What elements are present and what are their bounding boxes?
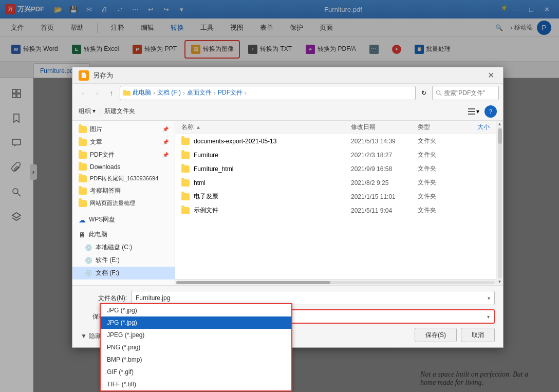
nav-item-this-pc[interactable]: 🖥 此电脑 <box>72 228 175 241</box>
h-scroll-thumb[interactable] <box>176 281 330 284</box>
nav-item-pdf-tail[interactable]: PDF转长尾词_1630936694 <box>72 173 175 184</box>
disk-icon: 💿 <box>85 257 92 264</box>
svg-line-10 <box>440 94 441 96</box>
file-item-html[interactable]: html 2021/8/2 9:25 文件夹 <box>175 176 496 190</box>
app-window: 万 万兴PDF 📂 💾 ✉ 🖨 ⇌ ⋯ ↩ ↪ ▾ Furniture.pdf … <box>0 0 559 392</box>
search-input[interactable] <box>444 89 495 97</box>
folder-icon <box>181 152 190 159</box>
disk-icon: 💿 <box>85 270 92 277</box>
nav-up-button[interactable]: ↑ <box>105 87 118 99</box>
search-box[interactable] <box>432 86 499 100</box>
dialog-title-icon: 📄 <box>79 70 89 81</box>
nav-folder-icon <box>79 175 87 182</box>
file-item-furniture-html[interactable]: Furniture_html 2021/9/9 16:58 文件夹 <box>175 162 496 176</box>
toolbar-divider <box>100 107 100 116</box>
dialog-title-label: 另存为 <box>93 71 113 80</box>
nav-refresh-button[interactable]: ↻ <box>418 87 430 99</box>
v-scrollbar[interactable]: ▲ ▼ <box>496 121 503 285</box>
col-size-header[interactable]: 大小 <box>459 123 490 132</box>
dialog-nav-bar: ‹ › ↑ 此电脑 › 文档 (F:) › 桌面文件 › PDF文件 › ↻ <box>72 84 503 102</box>
nav-back-button[interactable]: ‹ <box>77 87 89 99</box>
filetype-option-jpeg[interactable]: JPEG (*.jpeg) <box>101 329 291 341</box>
filetype-option-bmp[interactable]: BMP (*.bmp) <box>101 353 291 366</box>
file-item-documents-export[interactable]: documents-export-2021-05-13 2021/5/13 14… <box>175 134 496 148</box>
file-item-furniture[interactable]: Furniture 2021/2/3 18:27 文件夹 <box>175 148 496 162</box>
new-folder-button[interactable]: 新建文件夹 <box>104 107 135 116</box>
save-button[interactable]: 保存(S) <box>415 328 457 342</box>
filetype-dropdown: JPG (*.jpg) JPG (*.jpg) JPEG (*.jpeg) PN… <box>100 303 292 391</box>
cloud-icon: ☁ <box>79 216 86 224</box>
dialog-close-button[interactable]: ✕ <box>485 69 497 82</box>
nav-folder-icon <box>79 200 87 207</box>
file-pane: 名称 ▲ 修改日期 类型 大小 documents-export-2021-05… <box>175 121 496 285</box>
col-date-header[interactable]: 修改日期 <box>351 123 418 132</box>
toggle-arrow: ▼ <box>81 332 87 340</box>
filetype-option-tiff[interactable]: TIFF (*.tiff) <box>101 378 291 390</box>
v-scroll-track <box>498 127 502 278</box>
dialog-title-bar: 📄 另存为 ✕ <box>72 67 503 84</box>
dialog-body: 图片 📌 文章 📌 PDF文件 📌 Do <box>72 121 503 285</box>
breadcrumb-folder-icon <box>123 89 131 97</box>
view-button[interactable]: ▾ <box>466 104 480 119</box>
filetype-option-png[interactable]: PNG (*.png) <box>101 341 291 353</box>
search-box-icon <box>436 90 442 96</box>
nav-item-disk-e[interactable]: 💿 软件 (E:) <box>72 254 175 267</box>
col-type-header[interactable]: 类型 <box>418 123 459 132</box>
filetype-option-jpg-selected[interactable]: JPG (*.jpg) <box>101 316 291 329</box>
nav-item-wps-cloud[interactable]: ☁ WPS网盘 <box>72 213 175 226</box>
h-scroll-track <box>176 281 495 284</box>
filename-label: 文件名(N): <box>81 294 127 303</box>
nav-pane: 图片 📌 文章 📌 PDF文件 📌 Do <box>72 121 175 285</box>
svg-rect-8 <box>123 90 126 92</box>
nav-folder-icon <box>79 152 87 159</box>
filetype-option-gif[interactable]: GIF (*.gif) <box>101 366 291 378</box>
pc-icon: 🖥 <box>79 231 86 239</box>
nav-item-survey[interactable]: 考察期答辩 <box>72 184 175 197</box>
footer-buttons: 保存(S) 取消 <box>415 328 495 342</box>
dialog-overlay: 📄 另存为 ✕ ‹ › ↑ 此电脑 › 文档 (F:) › 桌面文件 › PDF… <box>0 0 559 392</box>
folder-icon <box>181 138 190 145</box>
dialog-toolbar: 组织 ▾ 新建文件夹 ▾ ? <box>72 102 503 121</box>
nav-folder-icon <box>79 126 87 133</box>
file-item-invoice[interactable]: 电子发票 2021/1/15 11:01 文件夹 <box>175 190 496 203</box>
nav-folder-icon <box>79 188 87 195</box>
cancel-button[interactable]: 取消 <box>461 328 495 342</box>
disk-icon: 💿 <box>85 244 92 251</box>
folder-icon <box>181 207 190 214</box>
folder-icon <box>181 193 190 200</box>
svg-rect-11 <box>468 108 475 109</box>
h-scrollbar[interactable] <box>175 279 496 285</box>
filetype-dropdown-arrow: ▾ <box>487 314 490 320</box>
nav-item-pdf-files[interactable]: PDF文件 📌 <box>72 148 175 161</box>
breadcrumb[interactable]: 此电脑 › 文档 (F:) › 桌面文件 › PDF文件 › <box>120 86 416 100</box>
file-header: 名称 ▲ 修改日期 类型 大小 <box>175 121 496 134</box>
svg-rect-12 <box>468 111 475 112</box>
nav-item-disk-f[interactable]: 💿 文档 (F:) <box>72 267 175 279</box>
nav-item-articles[interactable]: 文章 📌 <box>72 136 175 148</box>
nav-item-pictures[interactable]: 图片 📌 <box>72 123 175 136</box>
nav-forward-button[interactable]: › <box>91 87 103 99</box>
file-list: documents-export-2021-05-13 2021/5/13 14… <box>175 134 496 279</box>
v-scroll-thumb[interactable] <box>498 128 502 144</box>
scroll-up-button[interactable]: ▲ <box>498 122 502 126</box>
folder-icon <box>181 165 190 173</box>
file-item-examples[interactable]: 示例文件 2021/5/11 9:04 文件夹 <box>175 203 496 217</box>
col-name-header[interactable]: 名称 ▲ <box>181 123 351 132</box>
scroll-down-button[interactable]: ▼ <box>498 279 502 284</box>
filetype-option-jpg-header[interactable]: JPG (*.jpg) <box>101 304 291 316</box>
folder-icon <box>181 179 190 186</box>
organize-button[interactable]: 组织 ▾ <box>79 107 96 116</box>
svg-rect-13 <box>468 114 475 115</box>
filename-value: Furniture.jpg <box>136 294 170 302</box>
nav-item-disk-c[interactable]: 💿 本地磁盘 (C:) <box>72 241 175 254</box>
nav-item-downloads[interactable]: Downloads <box>72 161 175 173</box>
help-button[interactable]: ? <box>485 105 497 118</box>
nav-spacer <box>72 209 175 213</box>
nav-folder-icon <box>79 139 87 146</box>
nav-folder-icon <box>79 163 87 171</box>
svg-point-9 <box>437 90 440 94</box>
filename-dropdown-arrow: ▾ <box>488 295 490 301</box>
view-icon <box>467 107 476 116</box>
nav-item-website[interactable]: 网站页面流量梳理 <box>72 197 175 209</box>
